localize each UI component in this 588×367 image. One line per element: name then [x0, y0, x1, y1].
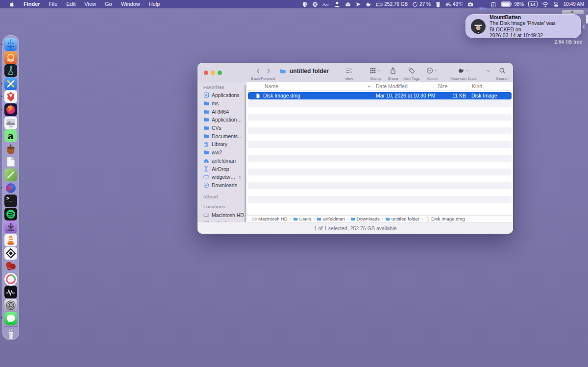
dock-libreoffice-icon[interactable] — [4, 155, 17, 168]
plane-status-item[interactable] — [355, 1, 361, 7]
column-divider[interactable] — [434, 83, 434, 89]
camera-status-item[interactable] — [467, 1, 473, 7]
dock-downloader-app-icon[interactable] — [4, 220, 17, 233]
battery-status-item[interactable]: 98% — [501, 0, 524, 8]
group-button[interactable] — [368, 66, 383, 75]
cpu-label: CPU — [479, 0, 485, 3]
sidebar-item-library[interactable]: Library — [203, 140, 246, 148]
action-button[interactable] — [425, 66, 440, 75]
menu-window[interactable]: Window — [117, 0, 145, 8]
clock[interactable]: 10:49 AM — [564, 0, 584, 8]
close-button[interactable] — [204, 71, 208, 75]
column-kind[interactable]: Kind — [472, 83, 482, 89]
dock-firefox-icon[interactable] — [4, 103, 17, 116]
sidebar-item-macintosh-hd[interactable]: Macintosh HD — [203, 211, 246, 219]
cpu-status-item[interactable]: CPU18% — [478, 0, 486, 13]
duck-status-item[interactable] — [366, 1, 371, 7]
dock-spotify-icon[interactable] — [4, 208, 17, 220]
column-size[interactable]: Size — [438, 83, 447, 89]
file-row-disk-image-dmg[interactable]: Disk Image.dmg Mar 10, 2026 at 10:30 PM … — [248, 92, 512, 99]
menu-file[interactable]: File — [45, 0, 62, 8]
dock-finder-icon[interactable] — [4, 38, 17, 51]
sidebar-label: AirDrop — [212, 166, 229, 172]
minimize-button[interactable] — [211, 71, 215, 75]
menu-view[interactable]: View — [80, 0, 100, 8]
zoom-button[interactable] — [218, 71, 222, 75]
column-name[interactable]: Name — [265, 83, 278, 89]
sidebar-item-widgetw-disk[interactable]: widgetw… — [203, 173, 246, 181]
column-divider[interactable] — [372, 83, 372, 89]
add-tags-button[interactable] — [406, 66, 417, 75]
menu-help[interactable]: Help — [145, 0, 165, 8]
dock-tools-app-icon[interactable] — [4, 77, 17, 90]
stack-status-item[interactable] — [553, 1, 559, 7]
clipboard-status-item[interactable] — [490, 1, 496, 7]
person-status-item[interactable] — [334, 1, 341, 8]
dock-trash-icon[interactable] — [4, 328, 17, 341]
eject-icon[interactable] — [238, 175, 242, 179]
disk-space-status-item[interactable]: 252.76 GB — [376, 0, 408, 8]
path-item-macintosh-hd[interactable]: Macintosh HD — [252, 216, 288, 221]
dock-vlc-icon[interactable] — [4, 234, 17, 246]
sidebar-item-application[interactable]: Application… — [203, 116, 246, 124]
drawer-status-item[interactable] — [345, 1, 351, 7]
weather-status-item[interactable]: 43°F — [445, 0, 463, 8]
column-date-modified[interactable]: Date Modified — [376, 83, 408, 89]
mountain-duck-button[interactable] — [456, 66, 471, 75]
search-button[interactable] — [497, 66, 507, 75]
trash-status-item[interactable] — [435, 1, 441, 7]
dock-color-swirl-app-icon[interactable] — [4, 182, 17, 195]
column-divider[interactable] — [468, 83, 468, 89]
dock-orange-smile-app-icon[interactable] — [4, 51, 17, 64]
back-button[interactable] — [253, 66, 263, 75]
dock-acorn-icon[interactable] — [4, 143, 17, 155]
signature-status-item[interactable] — [322, 1, 329, 8]
sidebar-item-applications[interactable]: Applications — [203, 91, 246, 99]
dock-green-editor-icon[interactable] — [4, 169, 17, 181]
sidebar-item-downloads[interactable]: Downloads — [203, 181, 246, 190]
forward-button[interactable] — [264, 66, 273, 75]
dock-activity-monitor-icon[interactable] — [4, 286, 17, 298]
stack-icon — [553, 1, 559, 7]
dock-messages-icon[interactable] — [4, 312, 17, 325]
sidebar-label: Downloads — [212, 182, 237, 188]
menu-finder[interactable]: Finder — [19, 0, 45, 8]
dock-activity-ring-app-icon[interactable] — [4, 273, 17, 286]
sidebar-item-cvs[interactable]: CVs — [203, 124, 246, 132]
sidebar-item-airdrop[interactable]: AirDrop — [203, 165, 246, 173]
sidebar-item-ms[interactable]: ms — [203, 99, 246, 108]
shield-status-item[interactable] — [302, 1, 308, 7]
notification-banner[interactable]: MountBatten The Disk Image 'Private' was… — [466, 14, 581, 38]
sidebar-item-documents[interactable]: Documents… — [203, 132, 246, 140]
menu-edit[interactable]: Edit — [62, 0, 80, 8]
sidebar-scrollbar[interactable] — [245, 85, 246, 224]
dock-fingerprint-app-icon[interactable] — [4, 299, 17, 312]
menu-go[interactable]: Go — [100, 0, 117, 8]
calendar-date-badge[interactable]: 14 — [528, 1, 538, 7]
dock-flask-app-icon[interactable] — [4, 64, 17, 77]
file-size: 11 KB — [438, 93, 466, 99]
sidebar-item-arifeldman[interactable]: arifeldman — [203, 157, 246, 165]
dock-photos-app-icon[interactable] — [4, 117, 17, 129]
path-item-disk-image-dmg[interactable]: Disk Image.dmg — [425, 216, 465, 221]
dock-green-a-app-icon[interactable]: a — [4, 129, 17, 142]
path-item-untitled-folder[interactable]: untitled folder — [385, 216, 419, 221]
dock-brave-icon[interactable] — [4, 90, 17, 103]
dock-diamond-app-icon[interactable] — [4, 247, 17, 260]
wifi-status-item[interactable] — [542, 1, 549, 8]
dock-running-dot — [1, 96, 2, 97]
share-button[interactable] — [388, 66, 398, 75]
sidebar-item-arm64[interactable]: ARM64 — [203, 107, 246, 116]
path-item-users[interactable]: Users — [293, 216, 312, 221]
toolbar-overflow-button[interactable] — [484, 66, 492, 75]
sidebar-item-ww2[interactable]: ww2 — [203, 148, 246, 157]
loop-status-item[interactable]: 27 % — [412, 0, 431, 8]
fan-status-item[interactable] — [312, 1, 318, 7]
view-button[interactable] — [343, 66, 355, 75]
dock-boxing-gloves-icon[interactable] — [4, 260, 17, 272]
list-row-stripe — [248, 148, 512, 155]
dock-terminal-icon[interactable]: >_ — [4, 195, 17, 207]
path-item-arifeldman[interactable]: arifeldman — [317, 216, 344, 221]
path-item-downloads[interactable]: Downloads — [350, 216, 380, 221]
apple-menu[interactable] — [5, 1, 19, 7]
